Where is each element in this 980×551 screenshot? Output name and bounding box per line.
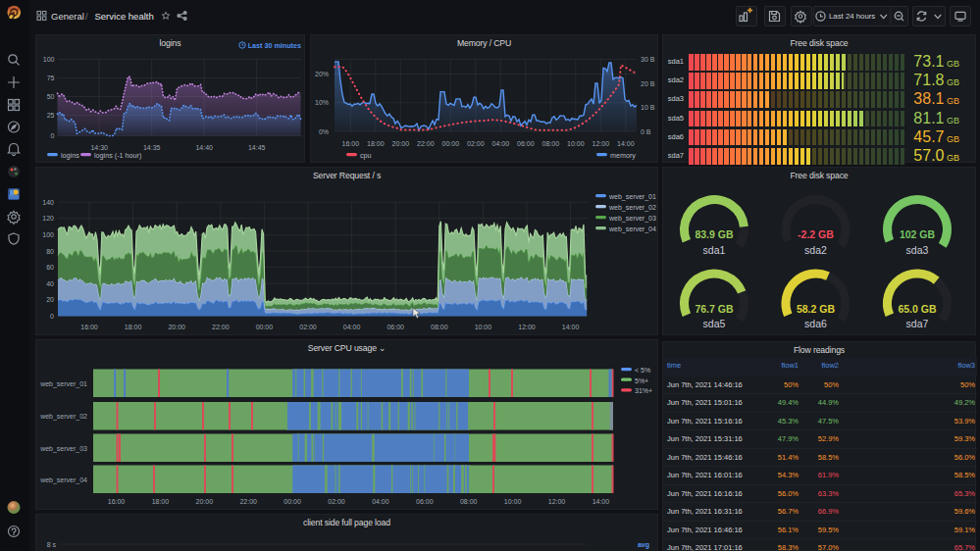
svg-text:web_server_03: web_server_03 xyxy=(608,215,656,223)
svg-text:20:00: 20:00 xyxy=(196,498,214,505)
svg-text:04:00: 04:00 xyxy=(372,498,389,505)
svg-text:22:00: 22:00 xyxy=(239,498,257,505)
svg-text:/: / xyxy=(85,11,88,22)
svg-text:31%+: 31%+ xyxy=(635,387,652,394)
svg-text:75: 75 xyxy=(47,75,55,81)
svg-text:102 GB: 102 GB xyxy=(900,228,936,240)
svg-text:14:30: 14:30 xyxy=(90,144,108,151)
svg-text:web_server_01: web_server_01 xyxy=(608,193,656,201)
svg-text:memory: memory xyxy=(610,151,636,160)
svg-text:02:00: 02:00 xyxy=(299,324,317,330)
svg-text:Last 24 hours: Last 24 hours xyxy=(829,12,875,21)
svg-text:18:00: 18:00 xyxy=(367,140,385,147)
svg-text:-2.2 GB: -2.2 GB xyxy=(798,228,834,240)
svg-text:08:00: 08:00 xyxy=(460,498,478,505)
svg-text:08:00: 08:00 xyxy=(431,324,448,330)
svg-text:web_server_03: web_server_03 xyxy=(39,445,87,453)
svg-text:06:00: 06:00 xyxy=(517,140,535,147)
svg-text:14:00: 14:00 xyxy=(593,498,610,505)
svg-text:cpu: cpu xyxy=(360,151,372,160)
svg-text:00:00: 00:00 xyxy=(256,324,274,330)
svg-text:80: 80 xyxy=(46,248,54,255)
svg-text:20:00: 20:00 xyxy=(168,324,185,330)
svg-text:10%: 10% xyxy=(315,99,329,106)
svg-text:10 B: 10 B xyxy=(641,104,655,111)
svg-text:avg: avg xyxy=(638,541,649,549)
svg-text:20:00: 20:00 xyxy=(392,140,410,147)
svg-text:83.9 GB: 83.9 GB xyxy=(695,228,734,240)
svg-text:sda7: sda7 xyxy=(906,318,929,329)
svg-text:22:00: 22:00 xyxy=(417,140,435,147)
svg-text:logins (-1 hour): logins (-1 hour) xyxy=(94,151,141,160)
svg-text:0%: 0% xyxy=(319,128,329,135)
svg-text:10:00: 10:00 xyxy=(567,140,585,147)
svg-text:50: 50 xyxy=(47,93,55,100)
svg-text:120: 120 xyxy=(42,215,54,222)
svg-text:14:40: 14:40 xyxy=(195,144,213,151)
svg-text:10:00: 10:00 xyxy=(475,324,492,330)
svg-text:14:00: 14:00 xyxy=(562,324,580,330)
svg-text:00:00: 00:00 xyxy=(284,498,301,505)
svg-text:04:00: 04:00 xyxy=(492,140,510,147)
svg-text:web_server_02: web_server_02 xyxy=(39,413,87,421)
svg-text:5%+: 5%+ xyxy=(635,377,648,384)
svg-text:65.0 GB: 65.0 GB xyxy=(898,303,937,315)
svg-text:web_server_04: web_server_04 xyxy=(39,476,87,484)
svg-text:12:00: 12:00 xyxy=(593,140,610,147)
svg-text:sda5: sda5 xyxy=(703,318,726,329)
svg-text:web_server_02: web_server_02 xyxy=(608,204,656,212)
svg-text:web_server_01: web_server_01 xyxy=(39,380,87,388)
svg-text:60: 60 xyxy=(46,264,54,271)
svg-text:100: 100 xyxy=(42,231,54,238)
svg-text:sda6: sda6 xyxy=(804,318,827,329)
svg-text:76.7 GB: 76.7 GB xyxy=(695,303,734,315)
svg-text:30 B: 30 B xyxy=(641,56,655,63)
svg-text:22:00: 22:00 xyxy=(212,324,230,330)
svg-text:14:45: 14:45 xyxy=(248,144,266,151)
svg-text:12:00: 12:00 xyxy=(518,324,536,330)
svg-text:20 B: 20 B xyxy=(641,80,655,87)
svg-text:100: 100 xyxy=(43,56,55,63)
svg-text:58.2 GB: 58.2 GB xyxy=(797,303,836,315)
svg-text:0: 0 xyxy=(50,313,54,320)
svg-text:14:35: 14:35 xyxy=(143,144,161,151)
svg-text:0: 0 xyxy=(51,132,55,139)
svg-text:25: 25 xyxy=(47,112,55,119)
svg-text:< 5%: < 5% xyxy=(635,367,650,374)
svg-text:10:00: 10:00 xyxy=(504,498,522,505)
svg-text:sda2: sda2 xyxy=(804,244,827,256)
svg-text:Service health: Service health xyxy=(95,11,154,22)
svg-text:06:00: 06:00 xyxy=(387,324,404,330)
svg-text:General: General xyxy=(51,11,84,22)
svg-text:00:00: 00:00 xyxy=(442,140,460,147)
svg-text:06:00: 06:00 xyxy=(416,498,434,505)
svg-text:16:00: 16:00 xyxy=(342,140,360,147)
svg-text:140: 140 xyxy=(42,199,54,206)
svg-text:02:00: 02:00 xyxy=(467,140,485,147)
svg-text:14:00: 14:00 xyxy=(617,140,635,147)
svg-text:sda1: sda1 xyxy=(703,244,726,256)
svg-text:02:00: 02:00 xyxy=(328,498,345,505)
svg-text:8 s: 8 s xyxy=(47,541,57,548)
svg-text:40: 40 xyxy=(46,280,54,287)
svg-text:12:00: 12:00 xyxy=(548,498,566,505)
svg-text:04:00: 04:00 xyxy=(343,324,361,330)
svg-text:sda3: sda3 xyxy=(906,244,929,256)
svg-text:20: 20 xyxy=(46,296,54,303)
svg-text:08:00: 08:00 xyxy=(542,140,560,147)
svg-text:0 B: 0 B xyxy=(641,128,651,135)
svg-text:18:00: 18:00 xyxy=(125,324,142,330)
svg-text:16:00: 16:00 xyxy=(108,498,126,505)
svg-text:web_server_04: web_server_04 xyxy=(608,225,656,233)
svg-text:18:00: 18:00 xyxy=(152,498,170,505)
svg-text:20%: 20% xyxy=(315,71,329,77)
svg-text:16:00: 16:00 xyxy=(80,324,98,330)
svg-text:logins: logins xyxy=(61,151,79,160)
